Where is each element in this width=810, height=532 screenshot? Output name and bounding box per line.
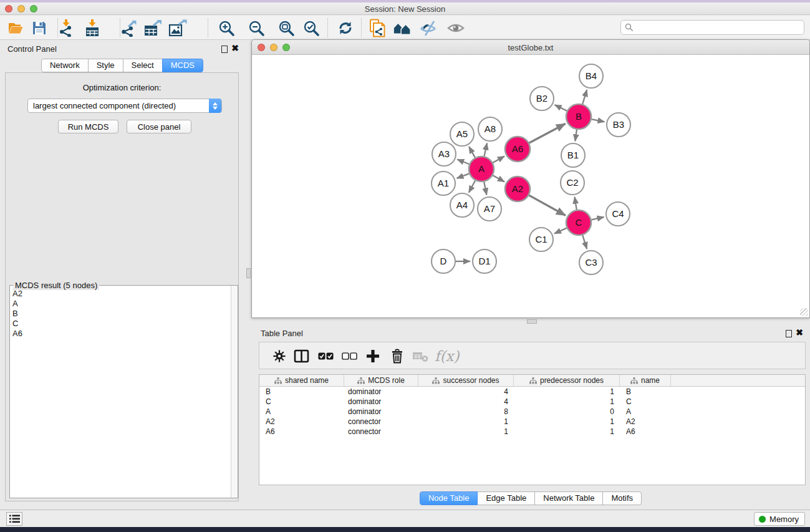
graph-node-C3[interactable]: C3 (579, 251, 603, 274)
split-columns-icon[interactable] (294, 348, 309, 364)
refresh-icon[interactable] (336, 19, 355, 37)
graph-node-D[interactable]: D (432, 249, 455, 273)
table-tab-node-table[interactable]: Node Table (420, 491, 478, 505)
table-cell[interactable]: B (620, 387, 671, 397)
graph-node-B2[interactable]: B2 (530, 87, 554, 110)
graph-edge-B-B3[interactable] (592, 119, 605, 122)
graph-node-C1[interactable]: C1 (529, 228, 553, 251)
zoom-fit-icon[interactable] (277, 19, 296, 37)
close-table-panel-icon[interactable]: ✖ (796, 327, 803, 337)
import-table-icon[interactable] (83, 19, 102, 37)
table-tab-network-table[interactable]: Network Table (534, 491, 603, 505)
memory-button[interactable]: Memory (754, 512, 805, 526)
table-cell[interactable]: 1 (514, 417, 620, 427)
graph-node-B3[interactable]: B3 (607, 113, 630, 137)
graph-node-A[interactable]: A (469, 157, 494, 181)
table-cell[interactable]: 1 (418, 427, 514, 437)
table-cell[interactable]: A2 (259, 417, 344, 427)
table-cell[interactable]: 8 (418, 407, 514, 417)
table-settings-gear-icon[interactable] (272, 348, 287, 364)
graph-edge-A-A4[interactable] (469, 181, 475, 193)
mcds-result-item[interactable]: A2 (12, 289, 231, 299)
table-row[interactable]: Adominator80A (259, 407, 805, 417)
tab-select[interactable]: Select (123, 59, 163, 72)
deselect-all-columns-icon[interactable] (342, 348, 357, 364)
zoom-out-icon[interactable] (247, 19, 266, 37)
search-box[interactable] (620, 20, 804, 35)
close-panel-button[interactable]: Close panel (127, 120, 191, 133)
graph-edge-A6-B[interactable] (529, 123, 566, 143)
show-panels-eye-icon[interactable] (446, 19, 465, 37)
delete-column-icon[interactable] (390, 348, 404, 364)
table-cell[interactable]: B (259, 387, 344, 397)
graph-node-C[interactable]: C (566, 210, 591, 235)
table-cell[interactable]: 1 (514, 427, 620, 437)
graph-edge-A-A1[interactable] (457, 173, 470, 178)
zoom-in-icon[interactable] (217, 19, 236, 37)
graph-node-A2[interactable]: A2 (505, 177, 530, 201)
tab-style[interactable]: Style (88, 59, 123, 72)
column-header-predecessor-nodes[interactable]: predecessor nodes (514, 375, 620, 386)
graph-node-B4[interactable]: B4 (579, 64, 603, 88)
search-input[interactable] (636, 23, 800, 32)
graph-edge-A-A6[interactable] (493, 157, 504, 163)
zoom-selected-icon[interactable] (302, 19, 321, 37)
task-history-button[interactable] (6, 512, 22, 526)
graph-edge-A-A7[interactable] (484, 182, 486, 195)
table-row[interactable]: A2connector11A2 (259, 417, 805, 427)
table-cell[interactable]: 4 (418, 397, 514, 407)
table-row[interactable]: Cdominator41C (259, 397, 805, 407)
splitpane-handle-horizontal[interactable] (527, 319, 537, 324)
hide-panels-eye-icon[interactable] (419, 19, 438, 37)
graph-edge-B-B4[interactable] (582, 90, 587, 104)
save-session-icon[interactable] (30, 19, 49, 37)
home-icon[interactable] (393, 19, 412, 37)
table-cell[interactable]: A2 (620, 417, 671, 427)
graph-node-A4[interactable]: A4 (450, 193, 474, 217)
graph-node-D1[interactable]: D1 (473, 249, 496, 273)
table-cell[interactable]: connector (344, 427, 418, 437)
close-panel-icon[interactable]: ✖ (231, 43, 239, 53)
graph-edge-C-C4[interactable] (591, 217, 604, 220)
tab-network[interactable]: Network (41, 59, 89, 72)
import-network-icon[interactable] (57, 19, 75, 37)
graph-edge-B-B2[interactable] (555, 105, 567, 111)
table-cell[interactable]: dominator (344, 397, 418, 407)
add-column-icon[interactable] (365, 348, 380, 364)
column-header-shared-name[interactable]: shared name (259, 375, 344, 386)
table-cell[interactable]: 1 (514, 397, 620, 407)
graph-node-A3[interactable]: A3 (432, 142, 456, 166)
table-tab-edge-table[interactable]: Edge Table (477, 491, 535, 505)
graph-node-A1[interactable]: A1 (432, 172, 455, 195)
tab-mcds[interactable]: MCDS (162, 59, 203, 72)
table-cell[interactable]: 0 (514, 407, 620, 417)
network-canvas[interactable]: B4B2BB3A8A5A6A3B1AA1C2A2A4A7C4CC1C3DD1 (252, 56, 809, 317)
criterion-select[interactable]: largest connected component (directed) (27, 99, 222, 113)
select-all-columns-icon[interactable] (318, 348, 334, 364)
graph-node-C4[interactable]: C4 (606, 202, 630, 226)
graph-node-A5[interactable]: A5 (450, 122, 474, 146)
table-cell[interactable]: A (259, 407, 344, 417)
graph-edge-C-C2[interactable] (575, 197, 577, 210)
graph-edge-A-A3[interactable] (457, 160, 469, 165)
export-network-icon[interactable] (120, 19, 138, 37)
float-table-panel-icon[interactable] (786, 330, 792, 337)
graph-node-A7[interactable]: A7 (478, 197, 501, 221)
column-header-name[interactable]: name (620, 375, 671, 386)
run-mcds-button[interactable]: Run MCDS (58, 120, 118, 133)
graph-edge-A-A8[interactable] (484, 143, 487, 156)
table-cell[interactable]: C (620, 397, 671, 407)
open-session-icon[interactable] (6, 19, 25, 37)
graph-node-A8[interactable]: A8 (478, 117, 502, 141)
table-row[interactable]: A6connector11A6 (259, 427, 805, 437)
graph-node-C2[interactable]: C2 (561, 171, 584, 195)
table-cell[interactable]: dominator (344, 387, 418, 397)
result-list-scrollbar[interactable] (231, 286, 238, 498)
select-spinner-icon[interactable] (209, 99, 221, 113)
graph-edge-A-A5[interactable] (469, 147, 475, 158)
table-cell[interactable]: 4 (418, 387, 514, 397)
graph-edge-B-B1[interactable] (575, 130, 577, 141)
mcds-result-item[interactable]: B (12, 309, 231, 319)
table-cell[interactable]: A6 (620, 427, 671, 437)
table-cell[interactable]: connector (344, 417, 418, 427)
